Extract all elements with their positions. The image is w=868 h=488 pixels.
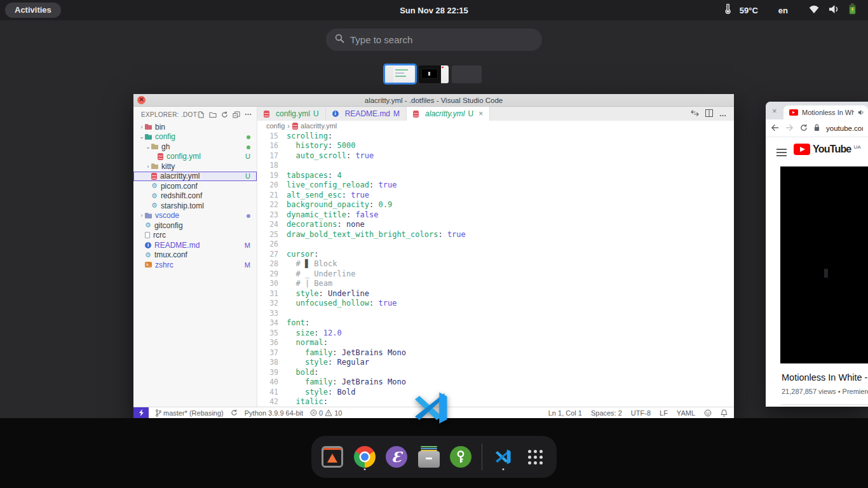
reload-icon[interactable]	[800, 123, 808, 134]
tree-item-label: config.yml	[166, 152, 245, 161]
workspace-thumb-decoration	[442, 67, 444, 68]
gear-icon: ⚙	[145, 222, 151, 229]
tree-item-redshift.conf[interactable]: ⚙redshift.conf	[133, 191, 257, 201]
git-status-badge: U	[245, 172, 250, 180]
collapse-folders-icon[interactable]	[233, 111, 240, 118]
gear-icon: ⚙	[151, 202, 158, 209]
code-line: 29 # _ Underline	[257, 269, 734, 279]
cursor-position[interactable]: Ln 1, Col 1	[548, 409, 582, 417]
code-line: 21alt_send_esc: true	[257, 190, 734, 200]
encoding-status[interactable]: UTF-8	[631, 409, 651, 417]
tab-README.md[interactable]: iREADME.mdM	[326, 107, 407, 121]
tree-item-config.yml[interactable]: config.ymlU	[133, 152, 257, 162]
temperature-label: 59°C	[740, 6, 758, 15]
browser-tab[interactable]: Motionless In White - /	[783, 105, 868, 119]
tree-item-kitty[interactable]: ›kitty	[133, 161, 257, 172]
code-line: 36 normal:	[257, 338, 734, 348]
tab-close-icon[interactable]: ×	[772, 106, 777, 116]
hamburger-menu-icon[interactable]	[776, 149, 787, 156]
more-actions-icon[interactable]	[719, 108, 726, 119]
tree-item-gh[interactable]: ⌄gh	[133, 142, 257, 152]
code-text: bold:	[287, 368, 319, 377]
system-tray[interactable]: 59°C en	[724, 0, 857, 20]
dock-item-alacritty[interactable]	[322, 443, 343, 471]
tree-item-picom.conf[interactable]: ⚙picom.conf	[133, 181, 257, 191]
tab-audio-icon[interactable]	[858, 107, 864, 118]
tab-alacritty.yml[interactable]: alacritty.ymlU×	[407, 107, 490, 121]
dock-item-app-grid[interactable]	[525, 443, 546, 471]
close-tab-icon[interactable]: ×	[478, 109, 483, 118]
python-interpreter[interactable]: Python 3.9.9 64-bit	[245, 409, 303, 417]
new-file-icon[interactable]	[198, 111, 205, 118]
tree-item-gitconfig[interactable]: ⚙gitconfig	[133, 220, 257, 231]
code-text: dynamic_title: false	[287, 210, 379, 219]
back-icon[interactable]	[771, 123, 779, 134]
chevron-down-icon: ⌄	[145, 144, 151, 150]
tree-item-label: gh	[161, 142, 247, 151]
tree-item-config[interactable]: ⌄config	[133, 132, 257, 142]
line-number: 29	[257, 269, 287, 278]
dock-item-files[interactable]	[417, 443, 439, 471]
code-line: 23dynamic_title: false	[257, 210, 734, 220]
code-line: 16 history: 5000	[257, 141, 734, 151]
new-folder-icon[interactable]	[209, 111, 217, 118]
workspace-thumbnail-3[interactable]	[452, 65, 482, 83]
keyboard-layout[interactable]: en	[778, 6, 788, 15]
tree-item-rcrc[interactable]: rcrc	[133, 231, 257, 241]
tab-label: README.md	[345, 109, 390, 118]
error-icon	[310, 409, 317, 416]
breadcrumb-folder[interactable]: config	[266, 122, 285, 130]
split-editor-icon[interactable]	[705, 108, 713, 119]
window-close-button[interactable]: ✕	[137, 96, 146, 104]
problems-status[interactable]: 0 10	[310, 409, 342, 417]
line-number: 38	[257, 358, 287, 367]
tab-config.yml[interactable]: config.ymlU	[257, 107, 326, 121]
open-changes-icon[interactable]	[691, 108, 699, 119]
code-line: 33	[257, 308, 734, 318]
tree-item-tmux.conf[interactable]: ⚙tmux.conf	[133, 250, 257, 261]
tree-item-zshrc[interactable]: >_zshrcM	[133, 260, 257, 270]
refresh-icon[interactable]	[221, 111, 228, 118]
vscode-titlebar[interactable]: ✕ alacritty.yml - .dotfiles - Visual Stu…	[133, 94, 734, 107]
language-mode[interactable]: YAML	[677, 409, 695, 417]
dock-item-emacs[interactable]: Ɛ	[386, 443, 407, 471]
tree-item-label: redshift.conf	[161, 191, 250, 200]
code-line: 32 unfocused_hollow: true	[257, 299, 734, 309]
breadcrumb-file[interactable]: alacritty.yml	[301, 122, 337, 130]
dock-item-chrome[interactable]	[353, 443, 375, 471]
video-player[interactable]	[780, 166, 868, 363]
code-text: draw_bold_text_with_bright_colors: true	[287, 230, 466, 239]
search-input[interactable]: Type to search	[326, 29, 542, 51]
dock-item-keepassxc[interactable]	[450, 443, 471, 471]
tree-item-starship.toml[interactable]: ⚙starship.toml	[133, 201, 257, 211]
lock-icon[interactable]	[814, 123, 820, 134]
workspace-thumb-decoration	[395, 69, 408, 71]
git-branch-status[interactable]: master* (Rebasing)	[156, 409, 224, 417]
code-line: 18	[257, 161, 734, 171]
tree-item-bin[interactable]: ›bin	[133, 122, 257, 132]
tree-item-README.md[interactable]: iREADME.mdM	[133, 240, 257, 250]
tree-item-label: alacritty.yml	[160, 172, 245, 180]
forward-icon[interactable]	[785, 123, 794, 134]
remote-indicator[interactable]	[133, 407, 149, 418]
more-actions-icon[interactable]	[245, 113, 252, 116]
sync-icon[interactable]	[231, 409, 238, 416]
eol-status[interactable]: LF	[660, 409, 668, 417]
workspace-thumbnail-active[interactable]	[383, 64, 417, 85]
workspace-thumbnail-2[interactable]	[419, 65, 449, 83]
shell-icon: >_	[145, 262, 152, 268]
dock-item-vscode[interactable]	[492, 443, 514, 471]
bell-icon[interactable]	[721, 409, 728, 417]
tree-item-vscode[interactable]: ›vscode	[133, 211, 257, 221]
code-editor[interactable]: 15scrolling:16 history: 500017 auto_scro…	[257, 131, 734, 407]
indentation-status[interactable]: Spaces: 2	[591, 409, 622, 417]
breadcrumb[interactable]: config › alacritty.yml	[257, 121, 734, 131]
feedback-icon[interactable]	[704, 409, 712, 417]
address-bar[interactable]: youtube.com/wa	[826, 125, 863, 132]
folder-icon	[145, 134, 152, 140]
tree-item-alacritty.yml[interactable]: alacritty.ymlU	[133, 172, 257, 182]
line-number: 27	[257, 250, 287, 259]
line-number: 25	[257, 230, 287, 239]
code-text: history: 5000	[287, 141, 355, 150]
youtube-logo[interactable]: YouTube UA	[794, 144, 861, 155]
